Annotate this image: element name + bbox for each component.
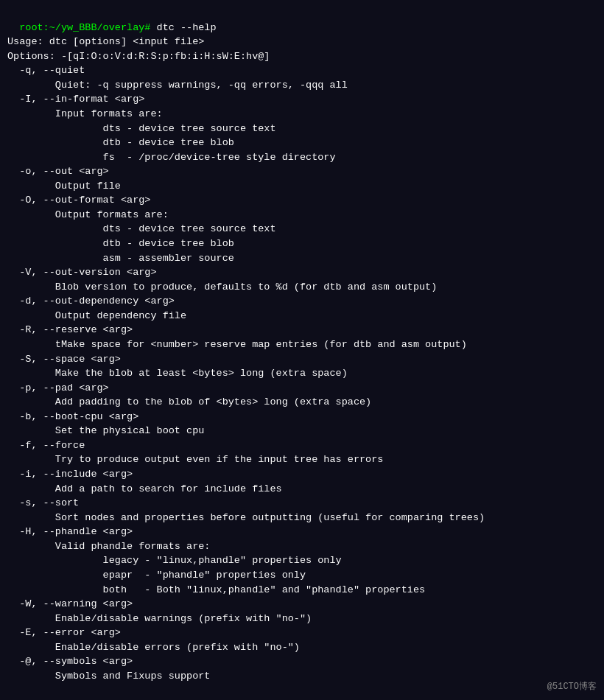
terminal-line: -f, --force xyxy=(7,438,597,453)
terminal-line: dtb - device tree blob xyxy=(7,136,597,150)
terminal-prompt: root:~/yw_BBB/overlay# xyxy=(19,22,150,33)
terminal-line: dts - device tree source text xyxy=(7,122,597,136)
terminal-line: Options: -[qI:O:o:V:d:R:S:p:fb:i:H:sW:E:… xyxy=(7,49,597,64)
terminal-line: -d, --out-dependency <arg> xyxy=(7,294,597,309)
terminal-line: Enable/disable errors (prefix with "no-"… xyxy=(7,640,597,655)
terminal-line: Sort nodes and properties before outputt… xyxy=(7,511,597,525)
terminal-line: Output formats are: xyxy=(7,208,597,223)
terminal-line: -O, --out-format <arg> xyxy=(7,193,597,208)
terminal-line: -I, --in-format <arg> xyxy=(7,92,597,107)
terminal-line: tMake space for <number> reserve map ent… xyxy=(7,337,597,352)
terminal-line: Add a path to search for include files xyxy=(7,482,597,497)
terminal-line: -@, --symbols <arg> xyxy=(7,654,597,669)
terminal-window: root:~/yw_BBB/overlay# dtc --help Usage:… xyxy=(0,0,604,700)
terminal-line: -H, --phandle <arg> xyxy=(7,525,597,539)
terminal-line: -W, --warning <arg> xyxy=(7,597,597,612)
watermark: @51CTO博客 xyxy=(547,680,597,693)
terminal-line: Make the blob at least <bytes> long (ext… xyxy=(7,366,597,381)
terminal-line: legacy - "linux,phandle" properties only xyxy=(7,553,597,568)
terminal-line: -S, --space <arg> xyxy=(7,352,597,367)
terminal-line: -q, --quiet xyxy=(7,63,597,78)
terminal-line: -s, --sort xyxy=(7,496,597,511)
terminal-line: Blob version to produce, defaults to %d … xyxy=(7,280,597,295)
terminal-line: -p, --pad <arg> xyxy=(7,381,597,396)
terminal-line: -b, --boot-cpu <arg> xyxy=(7,410,597,424)
terminal-line: Quiet: -q suppress warnings, -qq errors,… xyxy=(7,78,597,93)
terminal-line: -E, --error <arg> xyxy=(7,626,597,640)
terminal-line: -V, --out-version <arg> xyxy=(7,265,597,280)
terminal-line: epapr - "phandle" properties only xyxy=(7,568,597,583)
terminal-line: Add padding to the blob of <bytes> long … xyxy=(7,395,597,410)
terminal-line: Symbols and Fixups support xyxy=(7,669,597,684)
terminal-line: dtb - device tree blob xyxy=(7,237,597,251)
terminal-line: Usage: dtc [options] <input file> xyxy=(7,35,597,49)
terminal-line: asm - assembler source xyxy=(7,251,597,266)
terminal-line: both - Both "linux,phandle" and "phandle… xyxy=(7,583,597,598)
terminal-line: Enable/disable warnings (prefix with "no… xyxy=(7,612,597,626)
terminal-line: Output dependency file xyxy=(7,309,597,323)
terminal-line: -R, --reserve <arg> xyxy=(7,323,597,337)
terminal-line: Valid phandle formats are: xyxy=(7,539,597,554)
terminal-line: Input formats are: xyxy=(7,107,597,122)
terminal-line: Output file xyxy=(7,179,597,194)
terminal-line: fs - /proc/device-tree style directory xyxy=(7,150,597,165)
terminal-command: dtc --help xyxy=(150,22,216,33)
terminal-line: Set the physical boot cpu xyxy=(7,424,597,438)
terminal-line: -i, --include <arg> xyxy=(7,467,597,482)
terminal-line: dts - device tree source text xyxy=(7,222,597,237)
terminal-line: Try to produce output even if the input … xyxy=(7,452,597,467)
terminal-line: -o, --out <arg> xyxy=(7,164,597,179)
